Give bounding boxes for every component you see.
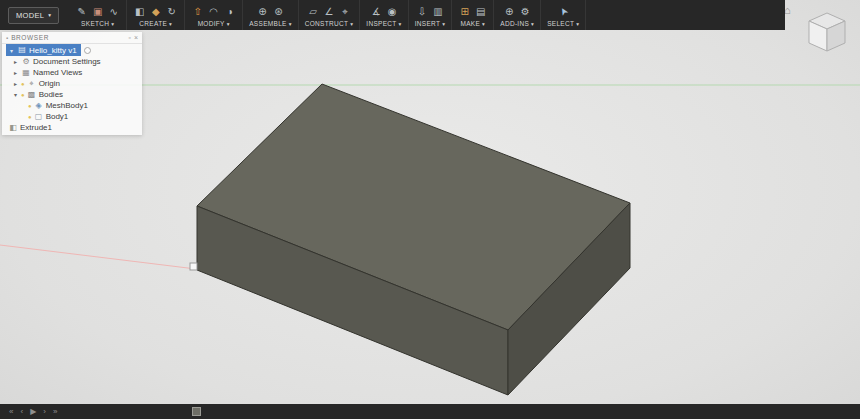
gear-icon: ⚙ bbox=[21, 58, 31, 66]
chevron-down-icon: ▾ bbox=[576, 21, 579, 27]
document-name: Hello_kitty v1 bbox=[29, 46, 77, 55]
insert-mesh-icon[interactable]: ⇩ bbox=[415, 5, 428, 18]
chevron-down-icon: ▾ bbox=[289, 21, 292, 27]
visibility-bulb-icon[interactable]: ● bbox=[21, 81, 25, 87]
chevron-down-icon: ▾ bbox=[531, 21, 534, 27]
sketch-spline-icon[interactable]: ∿ bbox=[107, 5, 120, 18]
view-cube-body[interactable] bbox=[802, 6, 852, 56]
browser-item-label: Document Settings bbox=[33, 57, 101, 66]
workspace-switcher[interactable]: MODEL ▾ bbox=[8, 7, 59, 24]
fillet-icon[interactable]: ◠ bbox=[207, 5, 220, 18]
toolbar-group-make: ⊞ ▤ MAKE▾ bbox=[452, 0, 494, 30]
menu-sketch[interactable]: SKETCH▾ bbox=[75, 20, 120, 27]
addins-gear-icon[interactable]: ⚙ bbox=[519, 5, 532, 18]
construction-axis-icon[interactable]: ∠ bbox=[323, 5, 336, 18]
visibility-bulb-icon[interactable]: ● bbox=[21, 92, 25, 98]
expand-arrow-icon[interactable]: ▸ bbox=[12, 58, 19, 65]
new-component-icon[interactable]: ⊕ bbox=[256, 5, 269, 18]
press-pull-icon[interactable]: ⇧ bbox=[191, 5, 204, 18]
document-icon: ▤ bbox=[17, 46, 27, 54]
expand-arrow-icon[interactable]: ▸ bbox=[12, 69, 19, 76]
construction-plane-icon[interactable]: ▱ bbox=[307, 5, 320, 18]
toolbar-group-sketch: ✎ ▣ ∿ SKETCH▾ bbox=[69, 0, 127, 30]
menu-construct[interactable]: CONSTRUCT▾ bbox=[305, 20, 354, 27]
panel-close-icon[interactable]: × bbox=[134, 34, 138, 41]
toolbar-group-insert: ⇩ ▥ INSERT▾ bbox=[409, 0, 453, 30]
browser-item-label: Extrude1 bbox=[20, 123, 52, 132]
toolbar-group-inspect: ∡ ◉ INSPECT▾ bbox=[360, 0, 408, 30]
x-axis-line bbox=[0, 245, 196, 269]
create-sketch-icon[interactable]: ✎ bbox=[75, 5, 88, 18]
named-views-icon: ▦ bbox=[21, 69, 31, 77]
select-cursor-icon[interactable]: ➤ bbox=[554, 2, 572, 20]
chevron-down-icon: ▾ bbox=[48, 12, 51, 18]
menu-make[interactable]: MAKE▾ bbox=[458, 20, 487, 27]
solid-body-icon: ▢ bbox=[34, 113, 44, 121]
extrude-icon[interactable]: ◧ bbox=[133, 5, 146, 18]
origin-marker[interactable] bbox=[190, 263, 197, 270]
browser-panel: ▪ BROWSER ▫ × ▾ ▤ Hello_kitty v1 ▸ ⚙ Doc… bbox=[2, 32, 142, 135]
extrude-feature-marker[interactable] bbox=[192, 407, 201, 416]
collapse-arrow-icon[interactable]: ▾ bbox=[12, 91, 19, 98]
view-cube[interactable]: ⌂ bbox=[784, 4, 852, 58]
revolve-icon[interactable]: ↻ bbox=[165, 5, 178, 18]
browser-item-document-settings[interactable]: ▸ ⚙ Document Settings bbox=[2, 56, 142, 67]
workspace-label: MODEL bbox=[16, 11, 44, 20]
browser-item-label: MeshBody1 bbox=[46, 101, 88, 110]
step-forward-icon[interactable]: › bbox=[43, 408, 46, 416]
browser-item-extrude1[interactable]: ◧ Extrude1 bbox=[2, 122, 142, 133]
bodies-folder-icon: ▩ bbox=[27, 91, 37, 99]
section-analysis-icon[interactable]: ◉ bbox=[386, 5, 399, 18]
browser-item-label: Origin bbox=[39, 79, 60, 88]
visibility-bulb-icon[interactable]: ● bbox=[28, 103, 32, 109]
browser-header[interactable]: ▪ BROWSER ▫ × bbox=[2, 32, 142, 44]
chevron-down-icon: ▾ bbox=[169, 21, 172, 27]
panel-grip-icon[interactable]: ▪ bbox=[6, 35, 8, 41]
chevron-down-icon: ▾ bbox=[399, 21, 402, 27]
make-utility-icon[interactable]: ▤ bbox=[474, 5, 487, 18]
joint-icon[interactable]: ⊛ bbox=[272, 5, 285, 18]
toolbar-group-construct: ▱ ∠ ⌖ CONSTRUCT▾ bbox=[299, 0, 361, 30]
browser-item-bodies[interactable]: ▾ ● ▩ Bodies bbox=[2, 89, 142, 100]
expand-arrow-icon[interactable]: ▸ bbox=[12, 80, 19, 87]
menu-select[interactable]: SELECT▾ bbox=[547, 20, 579, 27]
shell-icon[interactable]: ◑ bbox=[223, 5, 236, 18]
panel-options-icon[interactable]: ▫ bbox=[128, 34, 130, 41]
measure-icon[interactable]: ∡ bbox=[370, 5, 383, 18]
go-to-start-icon[interactable]: « bbox=[9, 408, 13, 416]
toolbar-group-modify: ⇧ ◠ ◑ MODIFY▾ bbox=[185, 0, 243, 30]
menu-assemble[interactable]: ASSEMBLE▾ bbox=[249, 20, 292, 27]
browser-item-origin[interactable]: ▸ ● ⌖ Origin bbox=[2, 78, 142, 89]
browser-item-meshbody1[interactable]: ● ◈ MeshBody1 bbox=[2, 100, 142, 111]
toolbar-group-select: ➤ SELECT▾ bbox=[541, 0, 586, 30]
expand-arrow-icon[interactable]: ▾ bbox=[8, 47, 15, 54]
top-toolbar: MODEL ▾ ✎ ▣ ∿ SKETCH▾ ◧ ◆ ↻ CREATE▾ bbox=[0, 0, 785, 30]
browser-item-label: Body1 bbox=[46, 112, 69, 121]
browser-item-named-views[interactable]: ▸ ▦ Named Views bbox=[2, 67, 142, 78]
browser-item-body1[interactable]: ● ▢ Body1 bbox=[2, 111, 142, 122]
decal-icon[interactable]: ▥ bbox=[431, 5, 444, 18]
play-icon[interactable]: ▶ bbox=[30, 408, 36, 416]
step-back-icon[interactable]: ‹ bbox=[20, 408, 23, 416]
browser-item-root-document[interactable]: ▾ ▤ Hello_kitty v1 bbox=[6, 44, 81, 56]
menu-create[interactable]: CREATE▾ bbox=[133, 20, 178, 27]
timeline-bar: « ‹ ▶ › » bbox=[0, 404, 860, 419]
chevron-down-icon: ▾ bbox=[227, 21, 230, 27]
extrude-feature-icon: ◧ bbox=[8, 124, 18, 132]
menu-addins[interactable]: ADD-INS▾ bbox=[500, 20, 534, 27]
document-status-icon bbox=[84, 47, 91, 54]
scripts-addins-icon[interactable]: ⊕ bbox=[503, 5, 516, 18]
construction-point-icon[interactable]: ⌖ bbox=[339, 5, 352, 18]
menu-inspect[interactable]: INSPECT▾ bbox=[366, 20, 401, 27]
chevron-down-icon: ▾ bbox=[442, 21, 445, 27]
go-to-end-icon[interactable]: » bbox=[53, 408, 57, 416]
visibility-bulb-icon[interactable]: ● bbox=[28, 114, 32, 120]
menu-insert[interactable]: INSERT▾ bbox=[415, 20, 446, 27]
create-form-icon[interactable]: ◆ bbox=[149, 5, 162, 18]
chevron-down-icon: ▾ bbox=[111, 21, 114, 27]
stop-sketch-icon[interactable]: ▣ bbox=[91, 5, 104, 18]
print-3d-icon[interactable]: ⊞ bbox=[458, 5, 471, 18]
app-window: ⌂ MODEL ▾ ✎ ▣ ∿ SKETCH▾ ◧ bbox=[0, 0, 860, 419]
menu-modify[interactable]: MODIFY▾ bbox=[191, 20, 236, 27]
toolbar-group-create: ◧ ◆ ↻ CREATE▾ bbox=[127, 0, 185, 30]
